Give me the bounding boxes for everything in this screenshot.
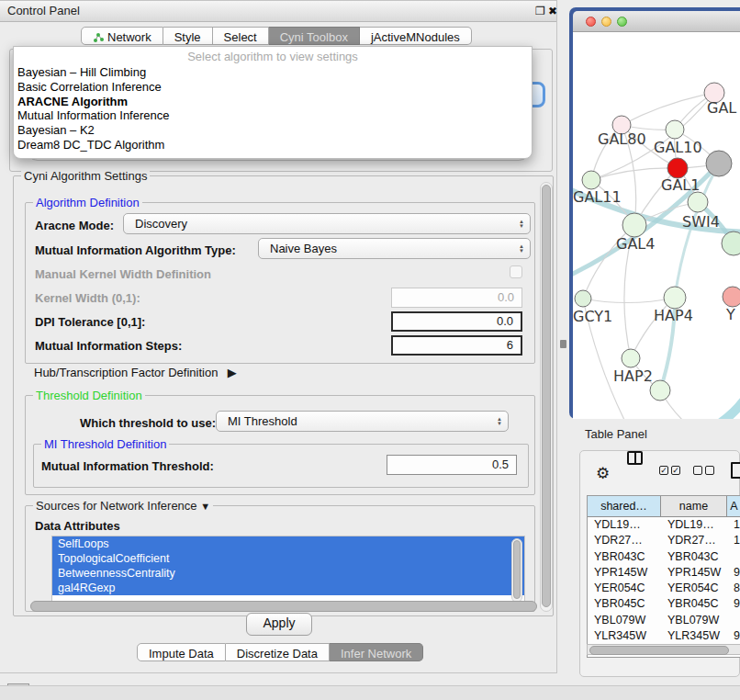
network-node-swi4[interactable]	[688, 192, 708, 212]
tab-cyni-toolbox[interactable]: Cyni Toolbox	[269, 27, 360, 45]
table-row[interactable]: YDR27…YDR27…12	[588, 533, 740, 548]
hub-definition-expander[interactable]: Hub/Transcription Factor Definition ▶	[34, 364, 237, 380]
new-document-icon[interactable]	[731, 462, 740, 479]
network-node-y[interactable]	[723, 287, 740, 307]
table-column-header[interactable]: A	[727, 496, 740, 516]
table-row[interactable]: YBL079WYBL079W	[588, 613, 740, 628]
mi-threshold-field[interactable]: 0.5	[387, 455, 517, 475]
close-traffic-light-icon[interactable]	[586, 17, 596, 27]
aracne-mode-label: Aracne Mode:	[35, 219, 114, 232]
mi-type-label: Mutual Information Algorithm Type:	[35, 243, 236, 257]
table-cell: YPR145W	[588, 565, 661, 581]
table-column-header[interactable]: shared…	[588, 496, 661, 516]
attributes-scrollbar[interactable]	[511, 538, 522, 603]
table-row[interactable]: YPR145WYPR145W9.	[588, 565, 740, 581]
dpi-tolerance-field[interactable]: 0.0	[391, 311, 522, 332]
settings-hscrollbar-thumb[interactable]	[30, 601, 537, 612]
algorithm-option[interactable]: Bayesian – Hill Climbing	[14, 65, 532, 80]
table-row[interactable]: YER054CYER054C8.	[588, 581, 740, 596]
threshold-definition-group: Threshold Definition Which threshold to …	[25, 395, 535, 495]
manual-kernel-checkbox[interactable]	[510, 265, 522, 278]
algorithm-option[interactable]: Mutual Information Inference	[14, 108, 532, 123]
tab-network[interactable]: Network	[81, 27, 163, 45]
node-label: GAL10	[654, 139, 702, 156]
data-attributes-label: Data Attributes	[35, 519, 120, 533]
split-columns-icon[interactable]	[627, 451, 643, 465]
table-row[interactable]: YBR043CYBR043C	[588, 549, 740, 565]
network-node[interactable]	[706, 151, 732, 176]
table-cell: YLR345W	[661, 628, 727, 644]
network-node-gal4[interactable]	[622, 213, 646, 237]
algorithm-option[interactable]: Bayesian – K2	[14, 123, 532, 138]
table-cell: YBL079W	[661, 613, 727, 628]
panel-splitter-grip[interactable]	[560, 340, 566, 348]
aracne-mode-combobox[interactable]: Discovery ▲▼	[123, 213, 531, 234]
expander-down-icon[interactable]: ▼	[200, 501, 210, 512]
tab-select[interactable]: Select	[213, 27, 269, 45]
close-icon[interactable]: ✖	[548, 5, 557, 17]
network-node-gal10[interactable]	[666, 120, 684, 139]
table-cell: YER054C	[661, 581, 727, 596]
attribute-item[interactable]: SelfLoops	[52, 536, 524, 551]
table-column-header[interactable]: name	[661, 496, 727, 516]
tab-jactivemnodules[interactable]: jActiveMNodules	[360, 27, 472, 45]
network-node[interactable]	[722, 231, 740, 255]
network-node-hap4[interactable]	[664, 287, 686, 309]
control-panel-titlebar[interactable]: Control Panel ❐ ✖	[0, 1, 556, 22]
tab-impute-data[interactable]: Impute Data	[137, 643, 226, 661]
table-cell: YLR345W	[588, 628, 661, 644]
kernel-width-field[interactable]: 0.0	[391, 288, 522, 308]
network-node-gcy1[interactable]	[575, 290, 591, 307]
mi-steps-field[interactable]: 6	[391, 335, 522, 356]
data-attributes-list[interactable]: SelfLoopsTopologicalCoefficientBetweenne…	[51, 536, 525, 605]
node-table[interactable]: shared…nameA YDL19…YDL19…13YDR27…YDR27…1…	[587, 495, 740, 658]
unchecked-boxes-icon[interactable]	[693, 466, 714, 475]
mi-type-combobox[interactable]: Naive Bayes ▲▼	[258, 238, 531, 259]
algorithm-option[interactable]: Basic Correlation Inference	[14, 80, 532, 95]
network-node-gal1[interactable]	[667, 158, 688, 178]
threshold-definition-title: Threshold Definition	[33, 389, 145, 402]
attribute-item[interactable]: BetweennessCentrality	[52, 566, 524, 581]
bottom-tabs: Impute Data Discretize Data Infer Networ…	[137, 643, 423, 664]
apply-button[interactable]: Apply	[246, 613, 312, 636]
table-cell: YBR045C	[661, 596, 727, 612]
table-row[interactable]: YBR045CYBR045C9.	[588, 596, 740, 612]
control-panel-title: Control Panel	[7, 4, 80, 17]
attribute-item[interactable]: gal4RGexp	[52, 581, 524, 595]
attribute-item[interactable]: TopologicalCoefficient	[52, 551, 524, 566]
zoom-traffic-light-icon[interactable]	[617, 17, 627, 27]
table-hscrollbar-thumb[interactable]	[589, 646, 729, 655]
table-cell: 8.	[727, 581, 740, 596]
tab-style[interactable]: Style	[163, 27, 213, 45]
tab-infer-network[interactable]: Infer Network	[330, 643, 423, 661]
which-threshold-combobox[interactable]: MI Threshold ▲▼	[216, 411, 509, 432]
control-panel-tabs: Network Style Select Cyni Toolbox jActiv…	[81, 27, 472, 48]
algorithm-option[interactable]: ARACNE Algorithm	[14, 95, 532, 109]
gear-icon[interactable]: ⚙	[596, 464, 610, 483]
float-window-icon[interactable]: ❐	[535, 5, 545, 17]
checked-boxes-icon[interactable]: ✓ ✓	[659, 466, 680, 475]
table-header-row: shared…nameA	[588, 496, 740, 517]
network-canvas[interactable]: GALGAL80GAL10GAL1GAL11SWI4GAL4GCY1HAP4YH…	[573, 32, 740, 419]
table-cell	[727, 549, 740, 565]
mi-type-value: Naive Bayes	[270, 242, 519, 255]
settings-scrollbar[interactable]	[540, 182, 553, 612]
table-hscrollbar[interactable]	[587, 644, 740, 655]
attributes-scrollbar-thumb[interactable]	[513, 540, 521, 599]
network-window-titlebar[interactable]	[573, 11, 740, 32]
settings-scrollbar-thumb[interactable]	[542, 185, 551, 607]
network-node-gal11[interactable]	[582, 171, 600, 189]
network-graph: GALGAL80GAL10GAL1GAL11SWI4GAL4GCY1HAP4YH…	[573, 32, 740, 419]
table-row[interactable]: YLR345WYLR345W9.	[588, 628, 740, 644]
network-node[interactable]	[650, 380, 670, 401]
minimize-traffic-light-icon[interactable]	[601, 17, 611, 27]
network-edge[interactable]	[583, 298, 675, 303]
sources-group-title: Sources for Network Inference ▼	[33, 499, 213, 513]
stepper-arrows-icon: ▲▼	[519, 220, 524, 229]
tab-discretize-data[interactable]: Discretize Data	[226, 643, 330, 661]
network-view-window: GALGAL80GAL10GAL1GAL11SWI4GAL4GCY1HAP4YH…	[569, 7, 740, 419]
network-node-hap2[interactable]	[622, 349, 640, 367]
algorithm-option[interactable]: Dream8 DC_TDC Algorithm	[14, 138, 532, 152]
table-row[interactable]: YDL19…YDL19…13	[588, 517, 740, 533]
network-edge[interactable]	[711, 379, 740, 419]
